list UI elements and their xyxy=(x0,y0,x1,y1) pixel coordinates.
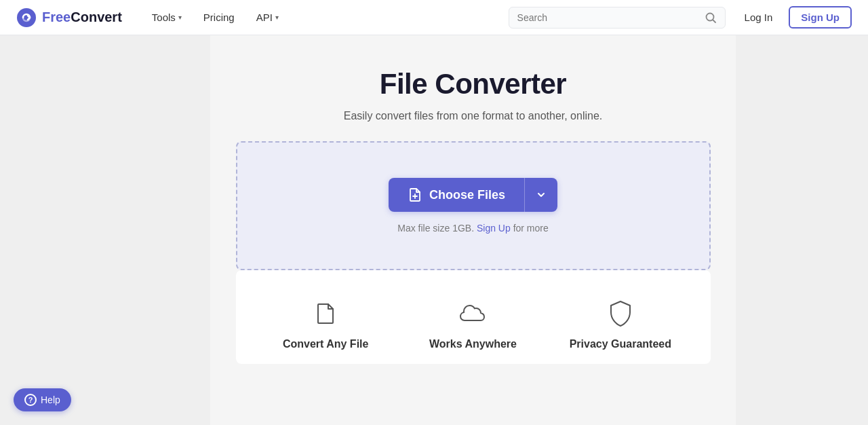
nav-api-label: API xyxy=(256,12,273,23)
main-wrapper: File Converter Easily convert files from… xyxy=(0,35,868,425)
svg-point-0 xyxy=(17,8,36,27)
choose-files-dropdown-button[interactable] xyxy=(525,178,557,212)
nav-item-api[interactable]: API ▾ xyxy=(248,6,287,29)
nav-item-tools[interactable]: Tools ▾ xyxy=(144,6,190,29)
file-icon xyxy=(309,297,342,330)
search-button[interactable] xyxy=(705,12,717,24)
cloud-icon xyxy=(456,297,489,330)
chevron-down-icon-dropdown xyxy=(536,189,547,200)
chevron-down-icon-api: ▾ xyxy=(275,14,279,21)
hero-section: File Converter Easily convert files from… xyxy=(210,35,736,141)
feature-privacy-guaranteed: Privacy Guaranteed xyxy=(559,297,682,350)
sidebar-right xyxy=(736,35,868,425)
signup-button[interactable]: Sign Up xyxy=(789,6,852,29)
shield-icon xyxy=(604,297,637,330)
upload-hint-text: Max file size 1GB. xyxy=(397,223,477,234)
nav-tools-label: Tools xyxy=(152,12,176,23)
search-bar xyxy=(509,7,726,29)
search-input[interactable] xyxy=(517,12,705,23)
feature-convert-any-file-label: Convert Any File xyxy=(283,338,369,350)
logo-convert-text: Convert xyxy=(71,10,122,24)
logo-link[interactable]: FreeConvert xyxy=(16,7,122,28)
chevron-down-icon: ▾ xyxy=(178,14,182,21)
choose-files-button[interactable]: Choose Files xyxy=(389,178,525,212)
page-title: File Converter xyxy=(380,68,566,100)
nav-menu: Tools ▾ Pricing API ▾ xyxy=(144,6,509,29)
hero-subtitle: Easily convert files from one format to … xyxy=(344,110,603,122)
nav-item-pricing[interactable]: Pricing xyxy=(195,6,243,29)
login-button[interactable]: Log In xyxy=(736,7,781,27)
file-upload-icon xyxy=(408,187,422,202)
feature-works-anywhere-label: Works Anywhere xyxy=(429,338,517,350)
sidebar-left xyxy=(0,35,210,425)
feature-privacy-guaranteed-label: Privacy Guaranteed xyxy=(570,338,671,350)
help-icon: ? xyxy=(24,394,37,406)
feature-works-anywhere: Works Anywhere xyxy=(412,297,534,350)
help-button[interactable]: ? Help xyxy=(14,388,71,411)
auth-buttons: Log In Sign Up xyxy=(736,6,852,29)
upload-hint-suffix: for more xyxy=(511,223,549,234)
svg-point-1 xyxy=(706,13,713,20)
upload-box: Choose Files Max file size 1GB. Sign Up … xyxy=(236,141,711,270)
features-section: Convert Any File Works Anywhere Pr xyxy=(236,270,711,364)
help-label: Help xyxy=(41,394,60,405)
choose-files-label: Choose Files xyxy=(429,188,505,202)
upload-hint: Max file size 1GB. Sign Up for more xyxy=(397,223,549,234)
logo-free-text: Free xyxy=(42,10,71,24)
main-content: File Converter Easily convert files from… xyxy=(210,35,736,425)
signup-hint-link[interactable]: Sign Up xyxy=(477,223,511,234)
nav-pricing-label: Pricing xyxy=(203,12,235,23)
navbar: FreeConvert Tools ▾ Pricing API ▾ Log In… xyxy=(0,0,868,35)
feature-convert-any-file: Convert Any File xyxy=(264,297,387,350)
choose-files-wrapper: Choose Files xyxy=(389,178,557,212)
logo-icon xyxy=(16,7,37,28)
svg-line-2 xyxy=(713,20,715,22)
search-icon xyxy=(705,12,717,24)
